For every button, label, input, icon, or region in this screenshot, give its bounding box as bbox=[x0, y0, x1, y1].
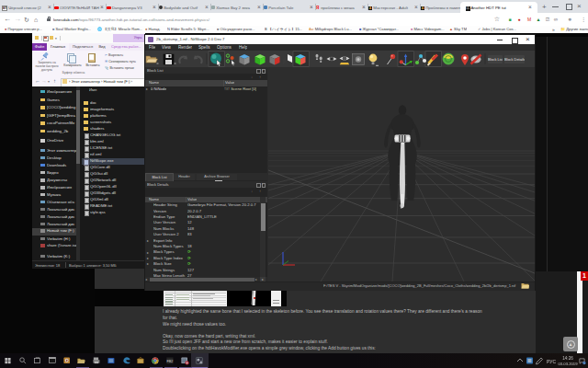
svg-text:1: 1 bbox=[583, 362, 585, 365]
svg-text:FB2: FB2 bbox=[167, 360, 174, 363]
svg-text:РУС: РУС bbox=[547, 359, 556, 364]
svg-text:14:26: 14:26 bbox=[562, 356, 573, 361]
svg-text:03.03.2019: 03.03.2019 bbox=[559, 362, 579, 366]
